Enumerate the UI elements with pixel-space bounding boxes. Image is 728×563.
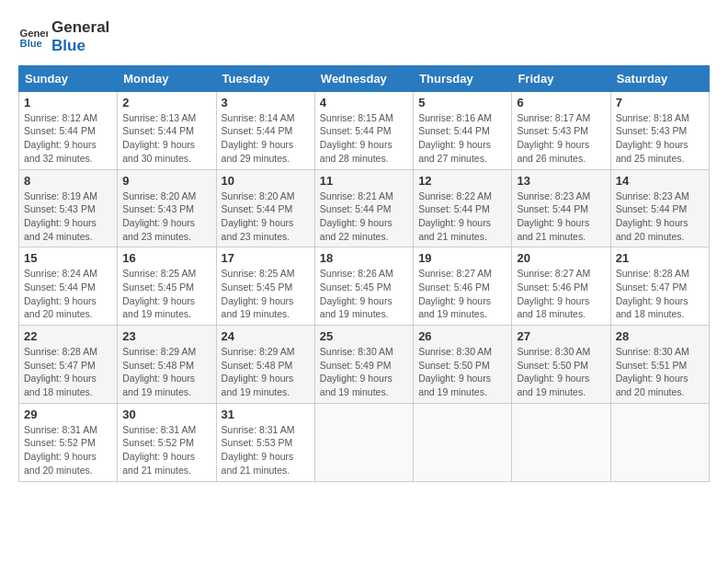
day-number: 31 — [222, 408, 310, 421]
day-cell: 18 Sunrise: 8:26 AMSunset: 5:45 PMDaylig… — [314, 247, 413, 326]
day-number: 8 — [24, 174, 112, 188]
day-cell: 28 Sunrise: 8:30 AMSunset: 5:51 PMDaylig… — [610, 326, 709, 404]
day-number: 18 — [320, 251, 408, 265]
day-content: Sunrise: 8:30 AMSunset: 5:50 PMDaylight:… — [517, 346, 590, 397]
day-content: Sunrise: 8:31 AMSunset: 5:53 PMDaylight:… — [222, 424, 295, 476]
day-cell: 16 Sunrise: 8:25 AMSunset: 5:45 PMDaylig… — [118, 247, 216, 326]
day-number: 2 — [122, 96, 210, 109]
svg-text:General: General — [20, 28, 48, 39]
weekday-header-row: SundayMondayTuesdayWednesdayThursdayFrid… — [19, 65, 710, 91]
day-number: 4 — [320, 96, 408, 109]
day-number: 19 — [418, 251, 506, 265]
day-content: Sunrise: 8:29 AMSunset: 5:48 PMDaylight:… — [222, 346, 295, 397]
day-content: Sunrise: 8:28 AMSunset: 5:47 PMDaylight:… — [24, 346, 97, 397]
day-cell: 2 Sunrise: 8:13 AMSunset: 5:44 PMDayligh… — [118, 91, 216, 169]
day-cell: 22 Sunrise: 8:28 AMSunset: 5:47 PMDaylig… — [19, 326, 118, 404]
day-number: 27 — [517, 329, 605, 343]
calendar-table: SundayMondayTuesdayWednesdayThursdayFrid… — [18, 65, 710, 482]
day-number: 17 — [222, 251, 310, 265]
day-content: Sunrise: 8:17 AMSunset: 5:43 PMDaylight:… — [517, 112, 590, 164]
svg-text:Blue: Blue — [20, 39, 42, 50]
day-content: Sunrise: 8:15 AMSunset: 5:44 PMDaylight:… — [320, 112, 393, 164]
weekday-friday: Friday — [512, 65, 610, 91]
day-number: 6 — [517, 96, 605, 109]
day-cell: 21 Sunrise: 8:28 AMSunset: 5:47 PMDaylig… — [610, 247, 709, 326]
day-cell: 19 Sunrise: 8:27 AMSunset: 5:46 PMDaylig… — [414, 247, 512, 326]
day-number: 24 — [222, 329, 310, 343]
day-cell: 27 Sunrise: 8:30 AMSunset: 5:50 PMDaylig… — [512, 326, 610, 404]
day-content: Sunrise: 8:16 AMSunset: 5:44 PMDaylight:… — [418, 112, 492, 164]
day-cell: 14 Sunrise: 8:23 AMSunset: 5:44 PMDaylig… — [610, 169, 709, 247]
day-content: Sunrise: 8:21 AMSunset: 5:44 PMDaylight:… — [320, 190, 393, 242]
week-row-2: 8 Sunrise: 8:19 AMSunset: 5:43 PMDayligh… — [19, 169, 710, 247]
day-number: 7 — [616, 96, 704, 109]
day-content: Sunrise: 8:31 AMSunset: 5:52 PMDaylight:… — [24, 424, 97, 476]
day-content: Sunrise: 8:24 AMSunset: 5:44 PMDaylight:… — [24, 268, 97, 319]
day-content: Sunrise: 8:20 AMSunset: 5:43 PMDaylight:… — [122, 190, 196, 242]
day-number: 14 — [616, 174, 704, 188]
day-cell: 31 Sunrise: 8:31 AMSunset: 5:53 PMDaylig… — [216, 403, 314, 481]
weekday-tuesday: Tuesday — [216, 65, 314, 91]
day-number: 1 — [24, 96, 112, 109]
day-cell: 25 Sunrise: 8:30 AMSunset: 5:49 PMDaylig… — [314, 326, 413, 404]
day-content: Sunrise: 8:23 AMSunset: 5:44 PMDaylight:… — [517, 190, 590, 242]
day-number: 21 — [616, 251, 704, 265]
day-number: 9 — [122, 174, 210, 188]
day-content: Sunrise: 8:30 AMSunset: 5:50 PMDaylight:… — [418, 346, 492, 397]
weekday-monday: Monday — [118, 65, 216, 91]
day-cell: 9 Sunrise: 8:20 AMSunset: 5:43 PMDayligh… — [118, 169, 216, 247]
day-content: Sunrise: 8:14 AMSunset: 5:44 PMDaylight:… — [222, 112, 295, 164]
day-cell: 29 Sunrise: 8:31 AMSunset: 5:52 PMDaylig… — [19, 403, 118, 481]
week-row-4: 22 Sunrise: 8:28 AMSunset: 5:47 PMDaylig… — [19, 326, 710, 404]
day-number: 13 — [517, 174, 605, 188]
day-number: 29 — [24, 408, 112, 421]
day-content: Sunrise: 8:12 AMSunset: 5:44 PMDaylight:… — [24, 112, 97, 164]
day-cell: 4 Sunrise: 8:15 AMSunset: 5:44 PMDayligh… — [314, 91, 413, 169]
day-content: Sunrise: 8:18 AMSunset: 5:43 PMDaylight:… — [616, 112, 689, 164]
day-number: 20 — [517, 251, 605, 265]
day-number: 25 — [320, 329, 408, 343]
day-content: Sunrise: 8:27 AMSunset: 5:46 PMDaylight:… — [517, 268, 590, 319]
weekday-sunday: Sunday — [19, 65, 118, 91]
day-number: 10 — [222, 174, 310, 188]
day-number: 26 — [418, 329, 506, 343]
logo-blue: Blue — [51, 37, 109, 55]
day-content: Sunrise: 8:30 AMSunset: 5:51 PMDaylight:… — [616, 346, 689, 397]
logo: General Blue General Blue — [18, 18, 109, 56]
weekday-saturday: Saturday — [610, 65, 709, 91]
day-cell: 3 Sunrise: 8:14 AMSunset: 5:44 PMDayligh… — [216, 91, 314, 169]
calendar-body: 1 Sunrise: 8:12 AMSunset: 5:44 PMDayligh… — [19, 91, 710, 481]
day-cell: 20 Sunrise: 8:27 AMSunset: 5:46 PMDaylig… — [512, 247, 610, 326]
week-row-1: 1 Sunrise: 8:12 AMSunset: 5:44 PMDayligh… — [19, 91, 710, 169]
day-content: Sunrise: 8:13 AMSunset: 5:44 PMDaylight:… — [122, 112, 196, 164]
day-cell: 10 Sunrise: 8:20 AMSunset: 5:44 PMDaylig… — [216, 169, 314, 247]
day-cell: 5 Sunrise: 8:16 AMSunset: 5:44 PMDayligh… — [414, 91, 512, 169]
day-cell — [314, 403, 413, 481]
day-number: 28 — [616, 329, 704, 343]
day-cell: 6 Sunrise: 8:17 AMSunset: 5:43 PMDayligh… — [512, 91, 610, 169]
day-cell: 15 Sunrise: 8:24 AMSunset: 5:44 PMDaylig… — [19, 247, 118, 326]
day-cell: 17 Sunrise: 8:25 AMSunset: 5:45 PMDaylig… — [216, 247, 314, 326]
day-cell: 24 Sunrise: 8:29 AMSunset: 5:48 PMDaylig… — [216, 326, 314, 404]
day-number: 5 — [418, 96, 506, 109]
day-cell: 8 Sunrise: 8:19 AMSunset: 5:43 PMDayligh… — [19, 169, 118, 247]
page-header: General Blue General Blue — [18, 18, 710, 56]
logo-icon: General Blue — [18, 22, 48, 52]
day-content: Sunrise: 8:25 AMSunset: 5:45 PMDaylight:… — [222, 268, 295, 319]
day-cell: 12 Sunrise: 8:22 AMSunset: 5:44 PMDaylig… — [414, 169, 512, 247]
day-content: Sunrise: 8:29 AMSunset: 5:48 PMDaylight:… — [122, 346, 196, 397]
day-cell: 1 Sunrise: 8:12 AMSunset: 5:44 PMDayligh… — [19, 91, 118, 169]
day-number: 12 — [418, 174, 506, 188]
weekday-wednesday: Wednesday — [314, 65, 413, 91]
day-cell: 30 Sunrise: 8:31 AMSunset: 5:52 PMDaylig… — [118, 403, 216, 481]
day-content: Sunrise: 8:26 AMSunset: 5:45 PMDaylight:… — [320, 268, 393, 319]
week-row-3: 15 Sunrise: 8:24 AMSunset: 5:44 PMDaylig… — [19, 247, 710, 326]
weekday-thursday: Thursday — [414, 65, 512, 91]
day-number: 30 — [122, 408, 210, 421]
day-content: Sunrise: 8:22 AMSunset: 5:44 PMDaylight:… — [418, 190, 492, 242]
day-number: 22 — [24, 329, 112, 343]
day-cell: 11 Sunrise: 8:21 AMSunset: 5:44 PMDaylig… — [314, 169, 413, 247]
day-content: Sunrise: 8:23 AMSunset: 5:44 PMDaylight:… — [616, 190, 689, 242]
day-cell: 13 Sunrise: 8:23 AMSunset: 5:44 PMDaylig… — [512, 169, 610, 247]
day-content: Sunrise: 8:30 AMSunset: 5:49 PMDaylight:… — [320, 346, 393, 397]
